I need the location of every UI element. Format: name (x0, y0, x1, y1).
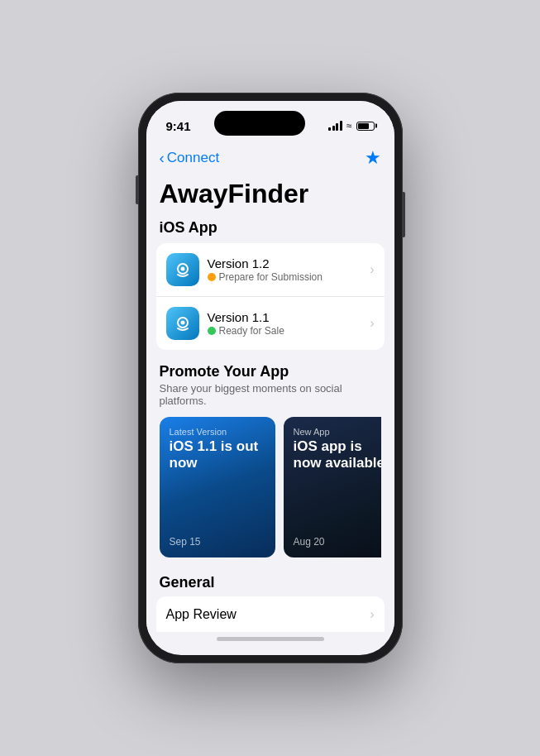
ios-section-label: iOS App (146, 216, 394, 243)
version-name-12: Version 1.2 (208, 256, 362, 270)
battery-icon (356, 122, 375, 131)
status-icons: ≈ (328, 120, 374, 132)
chevron-right-icon-2: › (370, 316, 374, 331)
nav-bar: ‹ Connect ★ (146, 144, 394, 175)
general-item-app-review[interactable]: App Review › (156, 596, 385, 632)
version-info-11: Version 1.1 Ready for Sale (208, 310, 362, 337)
svg-point-3 (180, 321, 184, 325)
version-info-12: Version 1.2 Prepare for Submission (208, 256, 362, 283)
screen-content[interactable]: ‹ Connect ★ AwayFinder iOS App (146, 144, 394, 632)
promote-card-new[interactable]: New App iOS app is now available Aug 20 (284, 417, 381, 557)
status-time: 9:41 (166, 119, 191, 133)
status-bar: 9:41 ≈ (146, 101, 394, 144)
version-status-12: Prepare for Submission (208, 271, 362, 283)
chevron-left-icon: ‹ (160, 150, 165, 165)
star-button[interactable]: ★ (365, 147, 381, 169)
dynamic-island (214, 111, 305, 136)
app-icon-12 (166, 253, 199, 286)
promote-cards: Latest Version iOS 1.1 is out now Sep 15… (160, 417, 381, 557)
version-card-12[interactable]: Version 1.2 Prepare for Submission › (156, 243, 385, 297)
wifi-icon: ≈ (346, 120, 352, 132)
general-item-label-app-review: App Review (166, 607, 370, 622)
version-status-text-11: Ready for Sale (219, 325, 284, 337)
promote-card-date-1: Sep 15 (170, 536, 265, 548)
promote-card-latest[interactable]: Latest Version iOS 1.1 is out now Sep 15 (160, 417, 275, 557)
status-dot-green (208, 327, 216, 335)
promote-card-title-2: iOS app is now available (294, 438, 381, 472)
chevron-right-review: › (370, 607, 374, 622)
promote-card-tag-1: Latest Version (170, 427, 265, 437)
general-label: General (146, 567, 394, 596)
promote-section: Promote Your App Share your biggest mome… (146, 363, 394, 567)
phone-frame: 9:41 ≈ ‹ Connect (138, 93, 403, 663)
promote-card-title-1: iOS 1.1 is out now (170, 438, 265, 472)
promote-subtitle: Share your biggest moments on social pla… (160, 382, 381, 407)
phone-screen: 9:41 ≈ ‹ Connect (146, 101, 394, 655)
version-card-11[interactable]: Version 1.1 Ready for Sale › (156, 297, 385, 350)
version-name-11: Version 1.1 (208, 310, 362, 324)
promote-title: Promote Your App (160, 363, 381, 380)
app-icon-11 (166, 307, 199, 340)
home-indicator (217, 637, 324, 641)
back-label: Connect (167, 150, 219, 166)
general-section: General App Review › App Information › R… (146, 567, 394, 632)
signal-icon (328, 121, 342, 131)
back-button[interactable]: ‹ Connect (160, 150, 220, 166)
chevron-right-icon: › (370, 262, 374, 277)
promote-card-date-2: Aug 20 (294, 536, 381, 548)
version-cards: Version 1.2 Prepare for Submission › (156, 243, 385, 350)
version-status-text-12: Prepare for Submission (219, 271, 323, 283)
promote-card-tag-2: New App (294, 427, 381, 437)
status-dot-yellow (208, 273, 216, 281)
general-items: App Review › App Information › Ratings a… (156, 596, 385, 632)
app-title: AwayFinder (146, 175, 394, 216)
version-status-11: Ready for Sale (208, 325, 362, 337)
svg-point-1 (180, 267, 184, 271)
